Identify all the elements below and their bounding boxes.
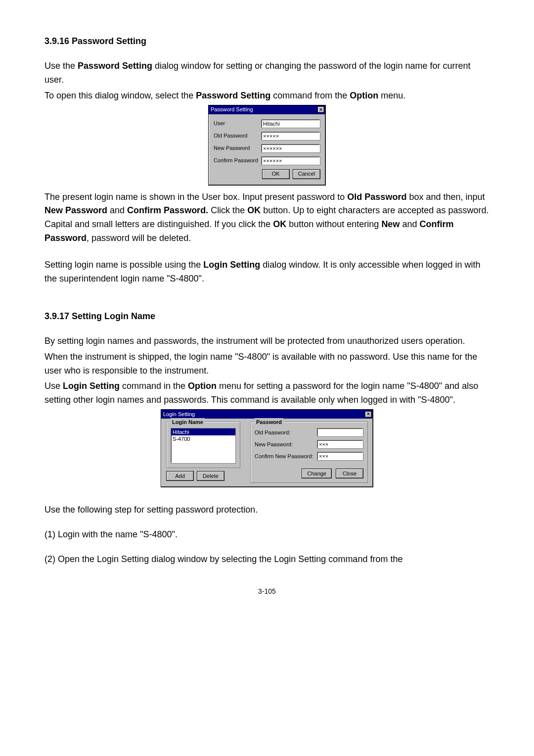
text-bold: Confirm Password. [127, 205, 208, 215]
text: box and then, input [406, 192, 485, 202]
text-bold: Old Password [347, 192, 406, 202]
cancel-button[interactable]: Cancel [293, 169, 320, 179]
text-bold: OK [247, 205, 261, 215]
step-2: (2) Open the Login Setting dialog window… [44, 553, 490, 567]
dialog-body: User Hitachi Old Password ××××× New Pass… [209, 114, 325, 185]
text: Use [44, 381, 63, 391]
password-group: Password Old Paasword: New Paasword: ×××… [250, 422, 368, 483]
paragraph: The present login name is shown in the U… [44, 190, 490, 246]
text: Setting login name is possible using the [44, 260, 203, 270]
dialog-titlebar[interactable]: Login Setting × [161, 410, 373, 419]
dialog-title: Password Setting [211, 105, 253, 114]
text: , password will be deleted. [87, 233, 191, 243]
login-name-legend: Login Name [171, 418, 205, 426]
close-icon[interactable]: × [365, 411, 372, 418]
old-password-label: Old Paasword: [255, 428, 317, 437]
login-setting-dialog: Login Setting × Login Name Hitachi S-470… [161, 409, 373, 487]
close-icon[interactable]: × [317, 106, 324, 113]
figure-password-setting: Password Setting × User Hitachi Old Pass… [44, 105, 490, 186]
text-bold: Password Setting [196, 91, 270, 100]
new-password-input[interactable]: ×××××× [261, 144, 320, 153]
new-password-input[interactable]: ××× [317, 440, 363, 449]
text: menu. [378, 91, 405, 100]
confirm-new-password-input[interactable]: ××× [317, 452, 363, 461]
confirm-new-password-label: Confirm New Paasword: [255, 452, 317, 461]
figure-login-setting: Login Setting × Login Name Hitachi S-470… [44, 409, 490, 487]
page-number: 3-105 [44, 586, 490, 597]
text-bold: New [381, 219, 400, 229]
new-password-label: New Paasword: [255, 440, 317, 449]
text-bold: Login Setting [63, 381, 120, 391]
text: command in the [120, 381, 188, 391]
section-heading-3916: 3.9.16 Password Setting [44, 35, 490, 48]
old-password-label: Old Password [214, 132, 261, 140]
text-bold: Option [350, 91, 378, 100]
delete-button[interactable]: Delete [197, 471, 224, 481]
dialog-body: Login Name Hitachi S-4700 Add Delete Pas… [161, 419, 373, 487]
confirm-password-label: Confirm Password [214, 156, 261, 165]
text: button without entering [286, 219, 381, 229]
change-button[interactable]: Change [302, 469, 332, 478]
text-bold: Password Setting [78, 61, 152, 71]
list-item[interactable]: Hitachi [171, 428, 235, 435]
login-name-listbox[interactable]: Hitachi S-4700 [171, 428, 236, 464]
paragraph: By setting login names and passwords, th… [44, 334, 490, 348]
confirm-password-input[interactable]: ×××××× [261, 156, 320, 165]
text: The present login name is shown in the U… [44, 192, 347, 202]
text-bold: Option [188, 381, 217, 391]
user-label: User [214, 119, 261, 128]
section-heading-3917: 3.9.17 Setting Login Name [44, 310, 490, 324]
dialog-title: Login Setting [163, 410, 195, 419]
list-item[interactable]: S-4700 [171, 435, 235, 442]
paragraph: To open this dialog window, select the P… [44, 89, 490, 103]
add-button[interactable]: Add [166, 471, 194, 481]
new-password-label: New Password [214, 144, 261, 152]
text: and [107, 205, 127, 215]
text: To open this dialog window, select the [44, 91, 196, 100]
paragraph: Use the Password Setting dialog window f… [44, 59, 490, 87]
paragraph: Use Login Setting command in the Option … [44, 379, 490, 407]
paragraph: When the instrument is shipped, the logi… [44, 350, 490, 378]
step-1: (1) Login with the name "S-4800". [44, 528, 490, 542]
text: Click the [208, 205, 247, 215]
password-legend: Password [255, 418, 283, 426]
dialog-titlebar[interactable]: Password Setting × [209, 105, 325, 114]
text-bold: New Password [44, 205, 107, 215]
login-name-group: Login Name Hitachi S-4700 [166, 422, 240, 468]
old-password-input[interactable]: ××××× [261, 132, 320, 141]
paragraph: Setting login name is possible using the… [44, 258, 490, 286]
password-setting-dialog: Password Setting × User Hitachi Old Pass… [208, 105, 326, 186]
text: command from the [270, 91, 350, 100]
close-button[interactable]: Close [336, 469, 363, 478]
old-password-input[interactable] [317, 428, 363, 437]
text-bold: Login Setting [203, 260, 260, 270]
paragraph: Use the following step for setting passw… [44, 503, 490, 517]
text: and [400, 219, 419, 229]
user-input[interactable]: Hitachi [261, 119, 320, 128]
text: Use the [44, 61, 78, 71]
ok-button[interactable]: OK [262, 169, 290, 179]
text-bold: OK [273, 219, 286, 229]
